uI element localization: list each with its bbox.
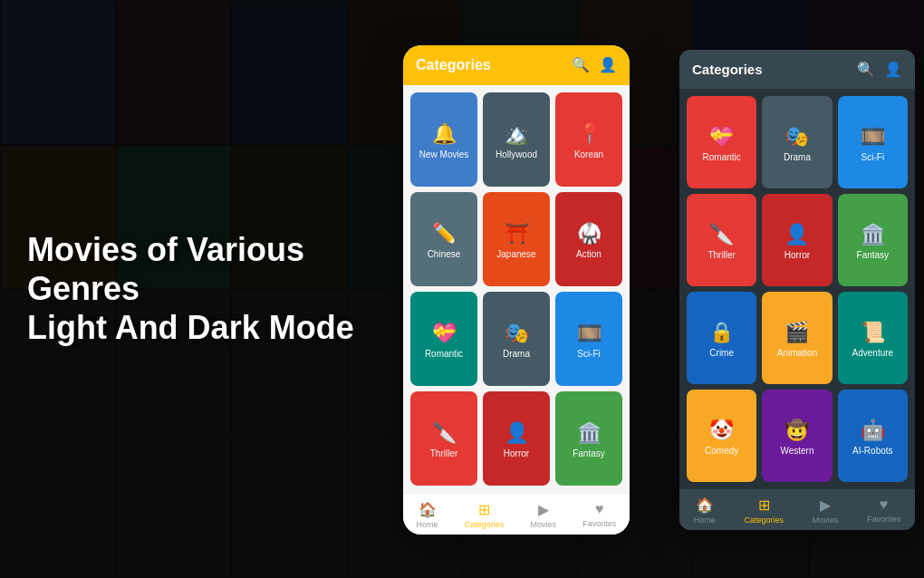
- category-icon: ✏️: [432, 222, 457, 246]
- hero-text: Movies of Various Genres Light And Dark …: [27, 230, 371, 348]
- tablet-header-icons: 🔍 👤: [857, 61, 902, 78]
- tablet-bottom-nav: 🏠 Home ⊞ Categories ▶ Movies ♥ Favorites: [679, 489, 915, 530]
- phone-category-card[interactable]: 🎭 Drama: [483, 292, 550, 386]
- tablet-header: Categories 🔍 👤: [679, 50, 915, 89]
- nav-label: Categories: [465, 520, 505, 529]
- nav-icon: ▶: [820, 496, 831, 514]
- category-label: Drama: [784, 152, 811, 162]
- category-label: Sci-Fi: [861, 152, 885, 162]
- category-icon: 💝: [432, 322, 457, 345]
- category-icon: 📍: [577, 122, 602, 146]
- category-icon: 👤: [505, 421, 529, 445]
- category-label: Hollywood: [496, 149, 537, 159]
- tablet-category-card[interactable]: 🔪 Thriller: [687, 194, 756, 286]
- category-icon: 🔒: [709, 321, 734, 344]
- phone-category-card[interactable]: 💝 Romantic: [410, 292, 477, 386]
- hero-line2: Light And Dark Mode: [27, 310, 354, 347]
- tablet-category-card[interactable]: 🏛️ Fantasy: [838, 194, 908, 286]
- category-label: Japanese: [496, 249, 535, 259]
- tablet-category-card[interactable]: 🤖 AI-Robots: [838, 390, 908, 482]
- phone-mockup: Categories 🔍 👤 🔔 New Movies 🏔️ Hollywood…: [403, 45, 630, 535]
- category-label: Comedy: [705, 446, 738, 456]
- tablet-user-icon[interactable]: 👤: [884, 61, 902, 78]
- category-label: Fantasy: [857, 250, 890, 260]
- tablet-category-card[interactable]: 🎬 Animation: [762, 292, 832, 384]
- tablet-category-card[interactable]: 💝 Romantic: [687, 96, 756, 188]
- category-icon: 🎬: [784, 321, 809, 344]
- phone-category-card[interactable]: 👤 Horror: [483, 391, 550, 486]
- category-icon: ⛩️: [505, 222, 529, 246]
- tablet-category-card[interactable]: 🤡 Comedy: [687, 390, 756, 482]
- category-label: Horror: [784, 250, 810, 260]
- category-label: Korean: [574, 149, 603, 159]
- phone-category-card[interactable]: 🏔️ Hollywood: [483, 92, 550, 187]
- phone-header: Categories 🔍 👤: [403, 45, 630, 85]
- tablet-category-card[interactable]: 🎭 Drama: [762, 96, 832, 188]
- phone-bottom-nav: 🏠 Home ⊞ Categories ▶ Movies ♥ Favorites: [403, 493, 630, 535]
- nav-icon: ⊞: [478, 501, 490, 518]
- nav-label: Categories: [745, 515, 784, 525]
- nav-icon: 🏠: [696, 496, 714, 514]
- category-label: AI-Robots: [852, 446, 892, 456]
- phone-category-card[interactable]: 📍 Korean: [555, 92, 622, 187]
- tablet-category-card[interactable]: 🔒 Crime: [687, 292, 756, 384]
- nav-label: Home: [417, 520, 438, 529]
- tablet-mockup: Categories 🔍 👤 💝 Romantic 🎭 Drama 🎞️ Sci…: [679, 50, 915, 530]
- phone-categories-grid: 🔔 New Movies 🏔️ Hollywood 📍 Korean ✏️ Ch…: [403, 85, 630, 493]
- nav-icon: ⊞: [758, 496, 770, 514]
- phone-category-card[interactable]: ✏️ Chinese: [410, 192, 477, 286]
- category-label: Thriller: [707, 250, 736, 260]
- phone-header-icons: 🔍 👤: [572, 56, 617, 74]
- category-icon: 🤠: [784, 419, 809, 442]
- category-icon: 🔪: [709, 223, 734, 246]
- nav-label: Favorites: [867, 515, 900, 524]
- phone-nav-item[interactable]: ▶ Movies: [531, 501, 557, 529]
- nav-icon: ♥: [595, 501, 604, 517]
- tablet-search-icon[interactable]: 🔍: [857, 61, 875, 78]
- nav-icon: ▶: [538, 501, 549, 518]
- tablet-nav-item[interactable]: ▶ Movies: [813, 496, 839, 525]
- phone-category-card[interactable]: 🔔 New Movies: [410, 92, 477, 187]
- tablet-header-title: Categories: [692, 62, 763, 77]
- phone-category-card[interactable]: 🔪 Thriller: [410, 391, 477, 486]
- category-label: Adventure: [852, 348, 894, 358]
- tablet-nav-item[interactable]: ♥ Favorites: [867, 496, 900, 525]
- nav-icon: 🏠: [419, 501, 437, 518]
- category-icon: 🥋: [577, 222, 602, 246]
- category-label: Romantic: [703, 152, 741, 162]
- category-label: Western: [780, 446, 813, 456]
- phone-nav-item[interactable]: ♥ Favorites: [582, 501, 616, 529]
- category-icon: 📜: [861, 321, 885, 344]
- category-label: Chinese: [428, 249, 461, 259]
- phone-search-icon[interactable]: 🔍: [572, 56, 590, 74]
- category-icon: 🤡: [709, 419, 734, 442]
- nav-label: Favorites: [582, 519, 616, 528]
- phone-nav-item[interactable]: ⊞ Categories: [465, 501, 505, 529]
- phone-nav-item[interactable]: 🏠 Home: [417, 501, 438, 529]
- category-icon: 🏔️: [505, 122, 529, 146]
- nav-icon: ♥: [880, 496, 889, 513]
- category-label: Action: [576, 249, 602, 259]
- phone-category-card[interactable]: ⛩️ Japanese: [483, 192, 550, 286]
- phone-category-card[interactable]: 🏛️ Fantasy: [555, 391, 622, 486]
- category-label: Animation: [777, 348, 817, 358]
- category-icon: 🔔: [432, 122, 457, 146]
- category-icon: 🎭: [784, 125, 809, 149]
- category-label: New Movies: [419, 149, 468, 159]
- category-icon: 🎭: [505, 322, 529, 345]
- phone-user-icon[interactable]: 👤: [599, 56, 617, 74]
- tablet-category-card[interactable]: 👤 Horror: [762, 194, 832, 286]
- tablet-nav-item[interactable]: ⊞ Categories: [745, 496, 784, 525]
- category-label: Drama: [503, 349, 530, 359]
- tablet-category-card[interactable]: 🎞️ Sci-Fi: [838, 96, 908, 188]
- category-label: Romantic: [425, 349, 463, 359]
- phone-category-card[interactable]: 🎞️ Sci-Fi: [555, 292, 622, 386]
- phone-category-card[interactable]: 🥋 Action: [555, 192, 622, 286]
- tablet-category-card[interactable]: 📜 Adventure: [838, 292, 908, 384]
- tablet-category-card[interactable]: 🤠 Western: [762, 390, 832, 482]
- nav-label: Movies: [531, 520, 557, 529]
- tablet-nav-item[interactable]: 🏠 Home: [694, 496, 716, 525]
- category-icon: 🎞️: [577, 322, 602, 345]
- category-icon: 🏛️: [577, 421, 602, 445]
- category-icon: 🏛️: [861, 223, 885, 246]
